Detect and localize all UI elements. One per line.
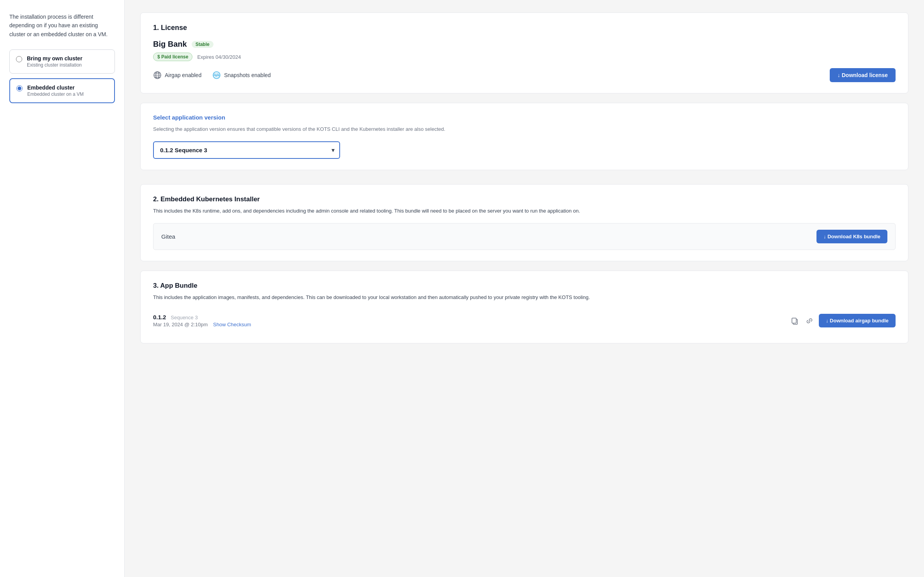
radio-bring-own-cluster[interactable] bbox=[16, 56, 22, 62]
svg-rect-8 bbox=[792, 318, 796, 323]
version-section-desc: Selecting the application version ensure… bbox=[153, 125, 896, 134]
k8s-bundle-name: Gitea bbox=[161, 233, 175, 240]
option-embedded-cluster-title: Embedded cluster bbox=[27, 84, 84, 91]
show-checksum-link[interactable]: Show Checksum bbox=[213, 322, 251, 327]
bundle-date: Mar 19, 2024 @ 2:10pm Show Checksum bbox=[153, 322, 251, 327]
version-section-label: Select application version bbox=[153, 114, 896, 121]
sidebar: The installation process is different de… bbox=[0, 0, 125, 577]
license-section-title: 1. License bbox=[153, 24, 896, 32]
page-layout: The installation process is different de… bbox=[0, 0, 924, 577]
wave-icon bbox=[212, 71, 221, 79]
license-row: Airgap enabled Snapshots enabled bbox=[153, 68, 896, 82]
license-features: Airgap enabled Snapshots enabled bbox=[153, 71, 271, 79]
globe-icon bbox=[153, 71, 162, 79]
copy-icon-button[interactable] bbox=[789, 315, 800, 326]
bundle-version: 0.1.2 bbox=[153, 314, 166, 320]
paid-license-badge: $ Paid license bbox=[153, 53, 192, 61]
stable-badge: Stable bbox=[192, 41, 213, 48]
app-bundle-title: 3. App Bundle bbox=[153, 282, 896, 290]
sidebar-description: The installation process is different de… bbox=[9, 12, 115, 39]
embedded-k8s-title: 2. Embedded Kubernetes Installer bbox=[153, 195, 896, 203]
option-bring-own-cluster[interactable]: Bring my own cluster Existing cluster in… bbox=[9, 49, 115, 74]
license-meta: $ Paid license Expires 04/30/2024 bbox=[153, 53, 896, 61]
snapshots-feature: Snapshots enabled bbox=[212, 71, 271, 79]
snapshots-label: Snapshots enabled bbox=[224, 72, 271, 78]
bundle-actions: ↓ Download airgap bundle bbox=[789, 314, 896, 327]
version-select-wrapper: 0.1.2 Sequence 3 ▾ bbox=[153, 141, 340, 159]
download-airgap-bundle-button[interactable]: ↓ Download airgap bundle bbox=[819, 314, 896, 327]
embedded-k8s-section: 2. Embedded Kubernetes Installer This in… bbox=[140, 184, 908, 261]
license-section: 1. License Big Bank Stable $ Paid licens… bbox=[140, 12, 908, 93]
app-bundle-row: 0.1.2 Sequence 3 Mar 19, 2024 @ 2:10pm S… bbox=[153, 309, 896, 332]
option-bring-own-cluster-subtitle: Existing cluster installation bbox=[27, 62, 82, 68]
embedded-k8s-desc: This includes the K8s runtime, add ons, … bbox=[153, 207, 896, 215]
app-bundle-section: 3. App Bundle This includes the applicat… bbox=[140, 271, 908, 344]
airgap-label: Airgap enabled bbox=[165, 72, 201, 78]
option-bring-own-cluster-title: Bring my own cluster bbox=[27, 55, 82, 62]
license-header: Big Bank Stable bbox=[153, 40, 896, 49]
version-dropdown[interactable]: 0.1.2 Sequence 3 bbox=[153, 141, 340, 159]
option-embedded-cluster[interactable]: Embedded cluster Embedded cluster on a V… bbox=[9, 78, 115, 103]
k8s-bundle-row: Gitea ↓ Download K8s bundle bbox=[153, 223, 896, 250]
download-license-button[interactable]: ↓ Download license bbox=[830, 68, 896, 82]
version-section: Select application version Selecting the… bbox=[140, 103, 908, 170]
main-content: 1. License Big Bank Stable $ Paid licens… bbox=[125, 0, 924, 577]
expires-text: Expires 04/30/2024 bbox=[197, 54, 241, 60]
app-name: Big Bank bbox=[153, 40, 187, 49]
option-embedded-cluster-subtitle: Embedded cluster on a VM bbox=[27, 91, 84, 97]
bundle-info: 0.1.2 Sequence 3 Mar 19, 2024 @ 2:10pm S… bbox=[153, 314, 251, 327]
app-bundle-desc: This includes the application images, ma… bbox=[153, 294, 896, 302]
airgap-feature: Airgap enabled bbox=[153, 71, 201, 79]
link-icon-button[interactable] bbox=[804, 315, 815, 326]
radio-embedded-cluster[interactable] bbox=[16, 85, 23, 91]
download-k8s-bundle-button[interactable]: ↓ Download K8s bundle bbox=[816, 230, 887, 243]
bundle-sequence: Sequence 3 bbox=[171, 315, 197, 320]
